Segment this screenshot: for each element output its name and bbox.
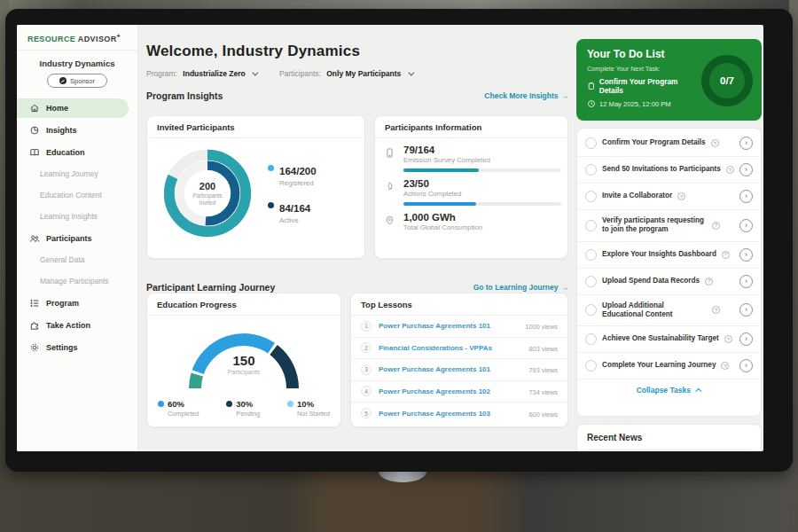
chevron-right-icon[interactable]: › [739,248,753,262]
task-checkbox[interactable] [585,164,597,176]
legend-active: 84/164 Active [268,200,317,224]
lesson-row[interactable]: 5 Power Purchase Agreements 103 600views [351,403,567,425]
program-filter[interactable]: Program: Industrialize Zero [146,69,256,78]
sponsor-icon [59,77,66,84]
chevron-up-icon [696,388,702,395]
chevron-right-icon[interactable]: › [739,137,753,150]
task-checkbox[interactable] [585,360,597,372]
legend-dot-registered [268,165,274,171]
info-icon[interactable]: ? [712,222,720,230]
chevron-right-icon[interactable]: › [739,359,753,372]
task-row[interactable]: Explore Your Insights Dashboard ? › [577,242,761,269]
legend-dot-not-started [287,401,293,407]
task-label: Invite a Collaborator [602,192,672,200]
sidebar-item-program[interactable]: Program [17,293,137,313]
sidebar-item-general-data[interactable]: General Data [17,251,137,270]
check-more-insights-link[interactable]: Check More Insights→ [484,91,568,100]
card-title: Education Progress [147,293,340,316]
lesson-link[interactable]: Power Purchase Agreements 101 [379,365,520,373]
chevron-right-icon[interactable]: › [739,190,753,203]
task-row[interactable]: Confirm Your Program Details ? › [577,130,761,157]
sidebar-item-insights[interactable]: Insights [17,121,137,140]
chevron-right-icon[interactable]: › [739,332,753,346]
lesson-row[interactable]: 3 Power Purchase Agreements 101 793views [351,359,567,381]
lesson-row[interactable]: 2 Financial Considerations - VPPAs 803vi… [351,338,567,360]
photo-scene: RESOURCE ADVISOR+ Industry Dynamics Spon… [0,0,798,532]
info-icon[interactable]: ? [705,278,713,286]
lesson-views: 734 [529,388,540,396]
gauge-legend: 60% Completed 30% Pending 10% Not Starte… [147,394,340,418]
info-icon[interactable]: ? [726,166,734,174]
go-to-learning-journey-link[interactable]: Go to Learning Journey→ [473,283,568,292]
registered-value: 164/200 [279,166,317,176]
section-title: Participant Learning Journey [146,282,275,293]
task-checkbox[interactable] [585,220,597,231]
sidebar-item-manage-participants[interactable]: Manage Participants [17,272,137,291]
sidebar-item-settings[interactable]: Settings [17,338,137,357]
lesson-row[interactable]: 4 Power Purchase Agreements 102 734views [351,381,567,403]
active-value: 84/164 [279,203,310,214]
lesson-link[interactable]: Power Purchase Agreements 101 [379,322,517,330]
info-icon[interactable]: ? [677,192,685,200]
card-title: Participants Information [375,116,567,138]
task-row[interactable]: Upload Additional Educational Content ? … [577,295,761,327]
task-checkbox[interactable] [585,137,597,149]
sidebar-item-learning-insights[interactable]: Learning Insights [17,207,137,226]
task-checkbox[interactable] [585,333,597,345]
lesson-link[interactable]: Power Purchase Agreements 102 [379,387,520,395]
sidebar-item-education[interactable]: Education [17,143,137,162]
task-row[interactable]: Complete Your Learning Journey ? › [577,353,761,379]
task-checkbox[interactable] [585,249,597,261]
clock-icon [587,99,596,108]
chevron-right-icon[interactable]: › [739,219,753,232]
participants-filter-value: Only My Participants [326,69,401,78]
donut-center-label: Participants Invited [186,192,229,207]
chevron-right-icon[interactable]: › [739,303,753,317]
sidebar-item-education-content[interactable]: Education Content [17,186,137,205]
task-checkbox[interactable] [585,191,597,202]
task-row[interactable]: Invite a Collaborator ? › [577,184,761,210]
info-icon[interactable]: ? [722,251,730,259]
chevron-right-icon[interactable]: › [739,275,753,288]
donut-legend: 164/200 Registered 84/164 Active [268,162,317,224]
lesson-views: 803 [529,345,540,353]
todo-tasks-card: Confirm Your Program Details ? › Send 50… [576,128,762,417]
task-checkbox[interactable] [585,276,597,287]
sidebar-item-label: Education [46,148,85,157]
legend-value: 30% [236,399,253,409]
task-checkbox[interactable] [585,304,597,316]
link-label: Go to Learning Journey [473,283,559,292]
registered-label: Registered [279,179,317,187]
info-row-consumption: 1,000 GWh Total Global Consumption [375,206,567,231]
sidebar-item-participants[interactable]: Participants [17,229,137,248]
collapse-tasks-link[interactable]: Collapse Tasks [577,379,761,398]
filters-row: Program: Industrialize Zero Participants… [146,69,568,78]
sidebar-item-take-action[interactable]: Take Action [17,316,137,335]
task-row[interactable]: Achieve One Sustainability Target ? › [577,326,761,353]
sponsor-badge[interactable]: Sponsor [47,74,107,88]
legend-pending: 30% Pending [226,399,260,418]
sidebar-item-label: Manage Participants [40,277,109,286]
task-row[interactable]: Verify participants requesting to join t… [577,210,761,242]
info-icon[interactable]: ? [724,335,732,343]
sidebar-item-home[interactable]: Home [17,98,129,118]
legend-value: 60% [168,399,184,409]
task-row[interactable]: Send 50 Invitations to Participants ? › [577,157,761,184]
chevron-right-icon[interactable]: › [739,163,753,176]
lesson-row[interactable]: 1 Power Purchase Agreements 101 1000view… [351,316,567,338]
legend-not-started: 10% Not Started [287,399,330,418]
info-icon[interactable]: ? [711,139,719,147]
info-icon[interactable]: ? [712,306,720,314]
lesson-link[interactable]: Financial Considerations - VPPAs [379,344,520,352]
participants-filter[interactable]: Participants: Only My Participants [279,69,412,78]
todo-panel: Your To Do List Complete Your Next Task:… [576,25,762,451]
legend-value: 10% [297,399,314,409]
gauge-center-label: Participants [177,369,310,375]
puzzle-icon [29,320,40,331]
lesson-link[interactable]: Power Purchase Agreements 103 [379,410,520,418]
participants-information-card: Participants Information 79/164 Emission… [374,115,568,259]
info-icon[interactable]: ? [721,362,729,370]
sidebar-item-learning-journey[interactable]: Learning Journey [17,165,137,184]
monitor-bezel: RESOURCE ADVISOR+ Industry Dynamics Spon… [5,9,793,472]
task-row[interactable]: Upload Spend Data Records ? › [577,269,761,295]
